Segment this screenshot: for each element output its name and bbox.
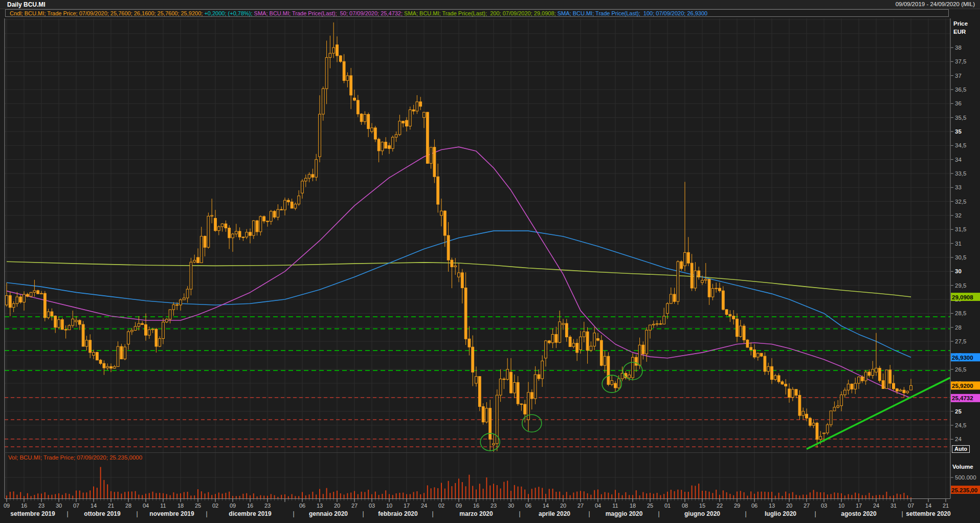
- legend-sma50-series[interactable]: SMA; BCU.MI; Trade Price(Last); 50; 07/0…: [254, 10, 404, 16]
- chart-titlebar: Daily BCU.MI 09/09/2019 - 24/09/2020 (MI…: [0, 0, 980, 9]
- svg-text:31: 31: [890, 503, 897, 509]
- price-badge: 26,9300: [951, 353, 980, 361]
- svg-text:04: 04: [143, 503, 149, 509]
- svg-text:|: |: [66, 510, 68, 517]
- svg-text:37,5: 37,5: [955, 58, 966, 64]
- legend-sma200-series[interactable]: SMA; BCU.MI; Trade Price(Last); 200; 07/…: [404, 10, 558, 16]
- svg-text:|: |: [745, 510, 746, 517]
- svg-text:23: 23: [38, 503, 44, 509]
- svg-text:27,5: 27,5: [955, 338, 966, 344]
- svg-text:34,5: 34,5: [955, 142, 966, 148]
- svg-text:30: 30: [508, 503, 514, 509]
- svg-text:luglio 2020: luglio 2020: [765, 510, 796, 517]
- svg-text:|: |: [658, 510, 659, 517]
- svg-text:25.235,00: 25.235,00: [951, 487, 977, 493]
- svg-text:|: |: [519, 510, 520, 517]
- svg-text:16: 16: [21, 503, 27, 509]
- legend-sma100-series[interactable]: SMA; BCU.MI; Trade Price(Last); 100; 07/…: [558, 10, 708, 16]
- svg-text:28: 28: [125, 503, 131, 509]
- price-axis-title: Price: [953, 20, 968, 27]
- price-badge: 25,4732: [951, 394, 980, 402]
- svg-text:07: 07: [73, 503, 79, 509]
- series-legend[interactable]: Cndl; BCU.MI; Trade Price; 07/09/2020; 2…: [5, 9, 949, 17]
- auto-scale-button[interactable]: Auto: [952, 445, 970, 453]
- svg-text:20: 20: [334, 503, 340, 509]
- chart-application: { "header": { "title": "Daily BCU.MI", "…: [0, 0, 980, 523]
- svg-text:03: 03: [821, 503, 827, 509]
- svg-text:|: |: [588, 510, 590, 517]
- svg-text:25: 25: [955, 408, 962, 415]
- svg-text:01: 01: [664, 503, 671, 509]
- svg-text:27: 27: [577, 503, 584, 509]
- svg-text:34: 34: [955, 157, 962, 163]
- svg-text:13: 13: [317, 503, 323, 509]
- svg-text:gennaio 2020: gennaio 2020: [309, 510, 348, 517]
- svg-text:aprile 2020: aprile 2020: [539, 510, 570, 517]
- svg-text:36: 36: [955, 100, 962, 106]
- svg-text:29: 29: [734, 503, 740, 509]
- svg-text:18: 18: [630, 503, 636, 509]
- svg-text:02: 02: [212, 503, 218, 509]
- svg-text:|: |: [814, 510, 816, 517]
- svg-text:24: 24: [421, 503, 427, 509]
- price-axis-currency: EUR: [953, 29, 966, 35]
- svg-text:35,5: 35,5: [955, 115, 966, 121]
- svg-text:30: 30: [56, 503, 62, 509]
- svg-text:11: 11: [612, 503, 618, 509]
- legend-change-value: +0,2000; (+0,78%);: [204, 10, 254, 16]
- svg-text:marzo 2020: marzo 2020: [459, 510, 493, 517]
- svg-text:09: 09: [4, 503, 10, 509]
- svg-text:500.000: 500.000: [955, 474, 976, 481]
- svg-text:06: 06: [751, 503, 758, 509]
- svg-text:23: 23: [491, 503, 497, 509]
- svg-text:settembre 2020: settembre 2020: [906, 510, 951, 517]
- svg-text:dicembre 2019: dicembre 2019: [229, 510, 272, 517]
- price-badge: 25,9200: [951, 381, 980, 389]
- svg-text:|: |: [362, 510, 364, 517]
- chart-title: Daily BCU.MI: [7, 1, 46, 8]
- svg-text:30: 30: [955, 268, 962, 274]
- price-chart-canvas[interactable]: 2424,52525,52626,52727,52828,52929,53030…: [0, 0, 980, 523]
- svg-text:03: 03: [369, 503, 375, 509]
- svg-text:|: |: [432, 510, 433, 517]
- svg-text:14: 14: [91, 503, 97, 509]
- svg-text:36,5: 36,5: [955, 86, 966, 93]
- date-range-label: 09/09/2019 - 24/09/2020 (MIL): [896, 1, 975, 7]
- svg-text:10: 10: [838, 503, 844, 509]
- svg-text:24,5: 24,5: [955, 422, 966, 428]
- svg-text:29,5: 29,5: [955, 282, 966, 289]
- svg-text:08: 08: [682, 503, 688, 509]
- svg-text:20: 20: [560, 503, 566, 509]
- svg-text:14: 14: [543, 503, 549, 509]
- svg-text:06: 06: [525, 503, 531, 509]
- svg-text:novembre 2019: novembre 2019: [149, 510, 194, 517]
- svg-text:17: 17: [404, 503, 410, 509]
- svg-text:agosto 2020: agosto 2020: [841, 510, 877, 517]
- volume-legend[interactable]: Vol; BCU.MI; Trade Price; 07/09/2020; 25…: [8, 454, 142, 461]
- svg-text:28: 28: [955, 324, 962, 331]
- svg-text:11: 11: [160, 503, 166, 509]
- svg-text:14: 14: [925, 503, 931, 509]
- volume-axis-title: Volume: [952, 464, 973, 470]
- svg-text:25,4732: 25,4732: [952, 395, 973, 401]
- svg-text:22: 22: [717, 503, 723, 509]
- svg-text:31: 31: [955, 241, 962, 247]
- svg-text:26,9300: 26,9300: [952, 355, 973, 361]
- svg-text:20: 20: [786, 503, 792, 509]
- legend-candle-series[interactable]: Cndl; BCU.MI; Trade Price; 07/09/2020; 2…: [10, 10, 204, 16]
- svg-text:26,5: 26,5: [955, 366, 966, 373]
- svg-text:25,9200: 25,9200: [952, 383, 973, 389]
- svg-text:|: |: [136, 510, 138, 517]
- svg-text:23: 23: [264, 503, 271, 509]
- svg-text:27: 27: [804, 503, 810, 509]
- svg-text:febbraio 2020: febbraio 2020: [378, 510, 418, 517]
- svg-text:|: |: [901, 510, 903, 517]
- svg-text:settembre 2019: settembre 2019: [10, 510, 55, 517]
- svg-text:24: 24: [955, 436, 962, 442]
- svg-text:28,5: 28,5: [955, 310, 966, 316]
- svg-text:16: 16: [247, 503, 253, 509]
- svg-text:32: 32: [955, 212, 962, 219]
- svg-text:38: 38: [955, 45, 962, 51]
- svg-text:21: 21: [108, 503, 114, 509]
- price-badge: 29,0908: [951, 293, 980, 301]
